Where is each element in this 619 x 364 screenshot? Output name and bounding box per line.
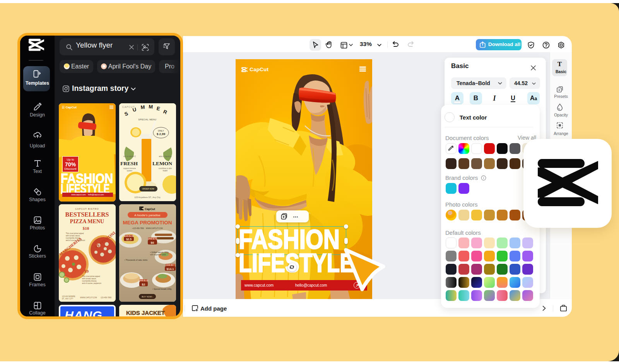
svg-text:$9: $9 bbox=[84, 269, 89, 273]
svg-text:+123-456-7890 WWW.CAPCUT.CO: +123-456-7890 WWW.CAPCUT.COM bbox=[132, 227, 162, 229]
svg-text:123 ANYWHERE: 123 ANYWHERE bbox=[62, 296, 75, 297]
svg-text:support immune: support immune bbox=[123, 167, 136, 169]
svg-text:M: M bbox=[149, 104, 153, 110]
svg-text:123 Anywhere ST., Any City: 123 Anywhere ST., Any City bbox=[134, 196, 161, 198]
svg-text:ST., ANY CITY: ST., ANY CITY bbox=[62, 298, 73, 300]
svg-text:and of course, pepperoni: and of course, pepperoni bbox=[82, 282, 101, 284]
svg-text:$2: $2 bbox=[142, 283, 145, 286]
svg-text:mozzarella cheese,: mozzarella cheese, bbox=[82, 280, 97, 282]
svg-text:ONLY: ONLY bbox=[158, 130, 164, 132]
svg-text:123-456-7890: 123-456-7890 bbox=[101, 297, 112, 299]
svg-text:Thin crust pizza topped: Thin crust pizza topped bbox=[82, 275, 100, 277]
svg-text:with vegetable salad: with vegetable salad bbox=[150, 254, 166, 256]
svg-text:KIDS JACKET: KIDS JACKET bbox=[126, 309, 165, 316]
svg-text:SAVE $1.93: SAVE $1.93 bbox=[124, 235, 134, 237]
svg-text:WWW.CAPCUT.COM: WWW.CAPCUT.COM bbox=[80, 297, 97, 299]
svg-text:M: M bbox=[140, 104, 145, 110]
svg-text:• Special breadó 100g: • Special breadó 100g bbox=[152, 288, 171, 290]
svg-text:$ 2,99: $ 2,99 bbox=[157, 132, 166, 136]
svg-text:BUY NOW ›: BUY NOW › bbox=[142, 296, 153, 298]
svg-text:MEGA PROMOTION: MEGA PROMOTION bbox=[123, 220, 172, 226]
svg-text:contribute to skin: contribute to skin bbox=[159, 167, 172, 169]
svg-text:☷ CapCut: ☷ CapCut bbox=[62, 106, 77, 109]
svg-text:rich in vitamin C: rich in vitamin C bbox=[123, 156, 136, 157]
svg-text:LEMON: LEMON bbox=[152, 161, 172, 166]
svg-text:FRESH: FRESH bbox=[120, 161, 138, 166]
svg-text:• Thousands of cake sticks: • Thousands of cake sticks bbox=[125, 259, 148, 261]
svg-text:CapCut: CapCut bbox=[145, 207, 155, 211]
svg-text:SAVE $2.43: SAVE $2.43 bbox=[148, 238, 157, 240]
svg-text:SPECIAL MENU: SPECIAL MENU bbox=[139, 118, 157, 121]
svg-text:PIZZA MENU: PIZZA MENU bbox=[70, 219, 104, 224]
svg-text:$10: $10 bbox=[83, 226, 89, 231]
svg-text:aids in digestion: aids in digestion bbox=[159, 156, 172, 157]
svg-text:• Grilled salmon 200g: • Grilled salmon 200g bbox=[150, 251, 169, 253]
svg-text:health: health bbox=[163, 170, 168, 172]
svg-text:CAPCUT BISTRO: CAPCUT BISTRO bbox=[75, 208, 99, 210]
svg-text:with tomato sauce,: with tomato sauce, bbox=[82, 278, 97, 280]
svg-text:SAVE $5.7: SAVE $5.7 bbox=[166, 264, 174, 266]
svg-text:A foodie's paradise: A foodie's paradise bbox=[134, 214, 161, 217]
svg-text:ORDER NOW: ORDER NOW bbox=[142, 188, 154, 190]
svg-text:system: system bbox=[127, 170, 133, 172]
svg-text:$14.1: $14.1 bbox=[167, 267, 174, 271]
svg-text:Thin crust pizza topped: Thin crust pizza topped bbox=[66, 232, 84, 234]
svg-text:SAVE $1.28: SAVE $1.28 bbox=[139, 280, 149, 282]
svg-text:$6: $6 bbox=[151, 241, 154, 244]
svg-text:BESTSELLERS: BESTSELLERS bbox=[65, 211, 109, 218]
svg-text:with tomato sauce,: with tomato sauce, bbox=[66, 235, 80, 237]
svg-text:$2.5: $2.5 bbox=[126, 238, 132, 241]
